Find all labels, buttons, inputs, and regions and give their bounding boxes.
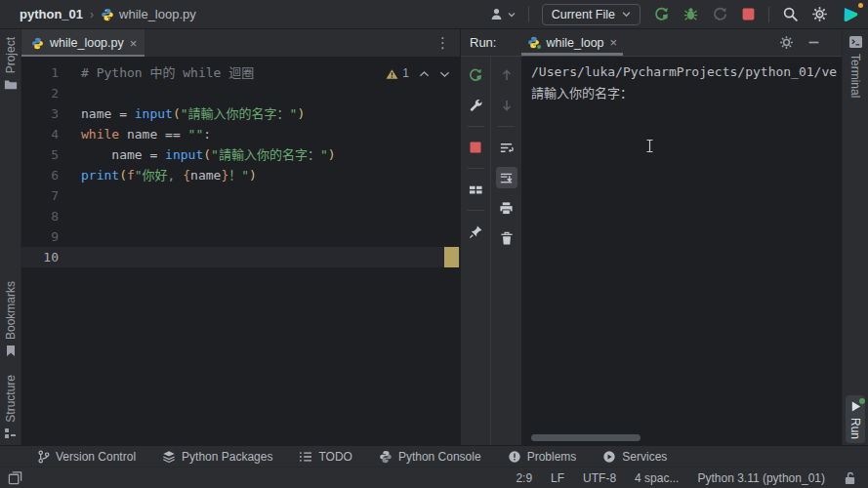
line-number[interactable]: 1: [21, 62, 81, 83]
scrollbar-caret-marker: [444, 247, 459, 267]
code-line[interactable]: 5 name = input("請輸入你的名字："): [21, 144, 460, 165]
toolwindow-problems[interactable]: Problems: [508, 450, 577, 464]
toolwindow-label: Services: [622, 450, 667, 464]
toolwindow-label: Python Console: [398, 450, 481, 464]
sidebar-item-structure[interactable]: Structure: [4, 375, 18, 439]
run-console-output[interactable]: /Users/luka/PycharmProjects/python_01/ve…: [521, 57, 842, 445]
bottom-tool-window-bar: Version Control Python Packages TODO Pyt…: [0, 445, 868, 467]
run-tab-while-loop[interactable]: while_loop ×: [521, 29, 623, 56]
pin-tab-icon[interactable]: [465, 221, 486, 242]
line-number[interactable]: 7: [21, 185, 81, 206]
toolwindow-python-packages[interactable]: Python Packages: [162, 450, 272, 464]
toolwindow-todo[interactable]: TODO: [299, 450, 351, 464]
line-number[interactable]: 9: [21, 226, 81, 247]
titlebar-divider: [768, 7, 769, 22]
breadcrumb-project[interactable]: python_01: [20, 7, 83, 21]
code-line[interactable]: 9: [21, 226, 460, 247]
prev-problem-icon[interactable]: [419, 70, 430, 78]
sidebar-item-bookmarks[interactable]: Bookmarks: [4, 281, 18, 357]
editor-tab-bar: while_loop.py × ⋮: [21, 29, 460, 57]
python-interpreter[interactable]: Python 3.11 (python_01): [697, 471, 825, 485]
code-line[interactable]: 8: [21, 206, 460, 226]
toolwindow-label: Problems: [527, 450, 577, 464]
status-bar: 2:9 LF UTF-8 4 spac... Python 3.11 (pyth…: [0, 467, 868, 488]
search-everywhere-icon[interactable]: [782, 6, 799, 22]
line-number[interactable]: 4: [21, 124, 81, 144]
console-line-prompt: 請輸入你的名字：: [531, 83, 842, 104]
unlocked-padlock-icon[interactable]: [844, 471, 856, 485]
run-tab-close-icon[interactable]: ×: [610, 36, 618, 49]
breadcrumb-file[interactable]: while_loop.py: [101, 7, 196, 21]
run-toolbar-left: [461, 57, 491, 445]
run-settings-gear-icon[interactable]: [779, 35, 794, 50]
debug-button[interactable]: [682, 6, 699, 22]
main-area: Project Bookmarks Structure: [0, 29, 868, 445]
line-ending[interactable]: LF: [551, 471, 564, 485]
line-number[interactable]: 2: [21, 83, 81, 103]
code-editor[interactable]: 1# Python 中的 while 迴圈23name = input("請輸入…: [21, 57, 460, 445]
modify-run-config-wrench-icon[interactable]: [465, 95, 486, 116]
services-icon: [602, 450, 616, 464]
toolbar-separator: [498, 126, 515, 127]
code-line[interactable]: 4while name == "":: [21, 124, 460, 144]
scroll-to-end-button[interactable]: [496, 167, 517, 188]
code-line[interactable]: 2: [21, 83, 460, 103]
clear-console-trash-icon[interactable]: [496, 227, 517, 249]
rerun-button[interactable]: [653, 6, 670, 22]
ide-logo-icon[interactable]: [841, 5, 860, 24]
running-dot: [859, 398, 865, 404]
sidebar-item-run[interactable]: Run: [846, 395, 865, 443]
print-icon[interactable]: [496, 197, 517, 219]
run-configuration-select[interactable]: Current File: [542, 4, 641, 25]
up-stack-trace-icon[interactable]: [496, 64, 517, 86]
breadcrumb-file-label: while_loop.py: [119, 7, 196, 21]
line-number[interactable]: 3: [21, 103, 81, 124]
structure-icon: [4, 427, 17, 439]
user-account-icon[interactable]: [489, 7, 516, 22]
code-line[interactable]: 6print(f"你好, {name}！"): [21, 165, 460, 185]
toolbar-separator: [468, 126, 484, 127]
toolwindow-services[interactable]: Services: [602, 450, 667, 464]
line-number[interactable]: 5: [21, 144, 81, 165]
terminal-icon: [848, 35, 863, 49]
stop-process-button[interactable]: [465, 137, 486, 158]
profiler-button-disabled[interactable]: [712, 6, 728, 22]
line-number[interactable]: 6: [21, 165, 81, 185]
code-line[interactable]: 10: [21, 247, 460, 267]
caret-position[interactable]: 2:9: [516, 471, 532, 485]
sidebar-item-project[interactable]: Project: [4, 37, 18, 91]
toolwindow-label: Python Packages: [182, 450, 272, 464]
todo-list-icon: [299, 451, 312, 463]
toolwindow-label: TODO: [318, 450, 351, 464]
console-horizontal-scrollbar[interactable]: [531, 434, 641, 441]
code-line[interactable]: 7: [21, 185, 460, 206]
chevron-down-icon: [622, 10, 631, 19]
toolwindow-python-console[interactable]: Python Console: [379, 450, 481, 464]
next-problem-icon[interactable]: [439, 70, 450, 78]
rerun-program-button[interactable]: [465, 64, 486, 86]
file-encoding[interactable]: UTF-8: [583, 471, 616, 485]
hide-panel-icon[interactable]: [807, 36, 820, 49]
title-bar: python_01 › while_loop.py Current File: [0, 0, 868, 29]
toolwindow-version-control[interactable]: Version Control: [37, 450, 136, 464]
stop-button[interactable]: [741, 7, 756, 21]
workspace-windows-icon[interactable]: [8, 470, 22, 485]
line-number[interactable]: 8: [21, 206, 81, 226]
indent-style[interactable]: 4 spac...: [635, 471, 679, 485]
down-stack-trace-icon[interactable]: [496, 95, 517, 116]
tab-close-icon[interactable]: ×: [130, 37, 138, 50]
warning-indicator[interactable]: 1: [386, 63, 409, 84]
python-file-icon: [31, 37, 44, 50]
toolbar-separator: [468, 168, 484, 169]
tab-options-menu-icon[interactable]: ⋮: [426, 29, 460, 57]
code-line[interactable]: 3name = input("請輸入你的名字："): [21, 103, 460, 124]
line-number[interactable]: 10: [21, 247, 81, 267]
restore-layout-icon[interactable]: [465, 179, 486, 200]
left-tool-stripe: Project Bookmarks Structure: [0, 29, 21, 445]
sidebar-item-terminal[interactable]: Terminal: [848, 35, 863, 98]
soft-wrap-icon[interactable]: [496, 137, 517, 158]
settings-gear-icon[interactable]: [811, 6, 828, 22]
breadcrumb-separator-icon: ›: [90, 8, 94, 21]
tab-while-loop-py[interactable]: while_loop.py ×: [21, 29, 145, 57]
run-panel-body: /Users/luka/PycharmProjects/python_01/ve…: [461, 57, 842, 445]
